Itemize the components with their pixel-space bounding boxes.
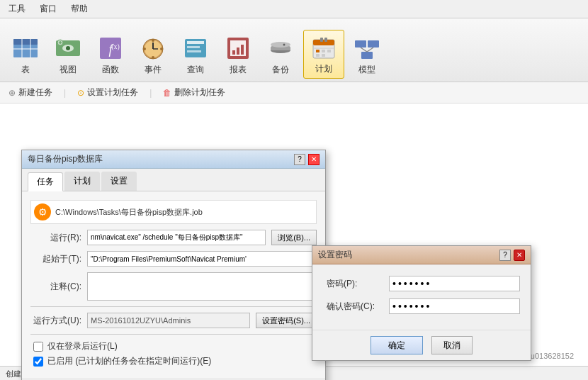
action-bar: ⊕ 新建任务 | ⊙ 设置计划任务 | 🗑 删除计划任务 (0, 82, 588, 104)
pwd-label: 密码(P): (327, 278, 383, 290)
toolbar-backup-label: 备份 (272, 64, 289, 76)
confirm-label: 确认密码(C): (327, 301, 383, 313)
task-icon: ⚙ (34, 203, 51, 220)
toolbar-event-label: 事件 (145, 64, 162, 76)
toolbar-view-label: 视图 (60, 64, 77, 76)
main-dialog-titlebar: 每日备份pisp数据库 ? ✕ (22, 150, 325, 169)
svg-point-19 (152, 56, 154, 59)
pwd-footer: 确定 取消 (312, 330, 531, 360)
tab-schedule[interactable]: 计划 (64, 172, 100, 191)
toolbar-model[interactable]: 模型 (347, 31, 387, 79)
checkbox2[interactable] (33, 357, 43, 367)
query-icon (181, 34, 210, 62)
event-icon (139, 34, 167, 62)
run-label: 运行(R): (30, 232, 81, 244)
tab-bar: 任务 计划 设置 (22, 169, 325, 191)
confirm-row: 确认密码(C): (327, 298, 516, 314)
dialog-controls: ? ✕ (294, 154, 320, 165)
svg-rect-30 (241, 45, 244, 55)
delete-schedule-label: 删除计划任务 (174, 86, 225, 99)
table-icon (11, 34, 40, 62)
set-schedule-icon: ⊙ (77, 88, 84, 98)
dialog-help-btn[interactable]: ? (294, 154, 305, 165)
backup-icon (266, 34, 295, 62)
svg-rect-41 (316, 50, 320, 52)
svg-rect-1 (13, 39, 38, 45)
schedule-icon (310, 33, 338, 62)
pwd-input[interactable] (389, 276, 520, 291)
svg-rect-44 (316, 54, 320, 57)
run-as-input[interactable] (87, 313, 250, 328)
pwd-help-btn[interactable]: ? (499, 250, 511, 261)
checkbox1[interactable] (33, 342, 43, 352)
toolbar-query[interactable]: 查询 (176, 31, 215, 79)
dialog-close-btn[interactable]: ✕ (308, 154, 320, 165)
svg-rect-23 (187, 41, 204, 44)
main-dialog: 每日备份pisp数据库 ? ✕ 任务 计划 设置 ⚙ C:\Windows\Ta… (21, 150, 326, 380)
tab-settings[interactable]: 设置 (101, 172, 137, 191)
start-row: 起始于(T): (30, 251, 317, 267)
set-pwd-btn[interactable]: 设置密码(S)... (256, 313, 317, 328)
toolbar-schedule[interactable]: 计划 (303, 30, 344, 79)
pwd-title: 设置密码 (318, 249, 352, 261)
svg-line-50 (367, 48, 373, 52)
set-schedule-label: 设置计划任务 (87, 86, 138, 99)
toolbar-table[interactable]: 表 (6, 31, 45, 79)
toolbar-backup[interactable]: 备份 (261, 31, 300, 79)
set-schedule-btn[interactable]: ⊙ 设置计划任务 (77, 86, 138, 99)
tab-task[interactable]: 任务 (28, 172, 63, 191)
pwd-body: 密码(P): 确认密码(C): (312, 264, 531, 330)
comment-input[interactable] (87, 272, 317, 301)
toolbar-func-label: 函数 (102, 64, 119, 76)
run-input[interactable] (87, 230, 266, 245)
menubar: 工具 窗口 帮助 (0, 0, 588, 18)
filepath-row: ⚙ C:\Windows\Tasks\每日备份pisp数据库.job (30, 200, 317, 224)
pwd-ok-btn[interactable]: 确定 (371, 336, 423, 354)
menu-window[interactable]: 窗口 (37, 1, 60, 16)
toolbar-query-label: 查询 (187, 64, 204, 76)
toolbar-view[interactable]: 视图 (48, 31, 88, 79)
checkbox1-row: 仅在登录后运行(L) (30, 340, 317, 352)
func-icon: f (x) (96, 34, 125, 62)
toolbar-report-label: 报表 (230, 64, 247, 76)
content-area: ⊕ 新建任务 | ⊙ 设置计划任务 | 🗑 删除计划任务 每日备份pisp数据库… (0, 82, 588, 380)
toolbar-func[interactable]: f (x) 函数 (91, 31, 130, 79)
separator (30, 306, 317, 307)
toolbar-schedule-label: 计划 (315, 63, 332, 75)
toolbar-event[interactable]: 事件 (133, 31, 173, 79)
run-as-label: 运行方式(U): (30, 315, 81, 327)
toolbar-report[interactable]: 报表 (218, 31, 258, 79)
svg-point-21 (160, 48, 163, 50)
view-icon (54, 34, 82, 62)
delete-schedule-btn[interactable]: 🗑 删除计划任务 (163, 86, 225, 99)
svg-point-35 (283, 44, 285, 46)
pwd-cancel-btn[interactable]: 取消 (431, 336, 473, 354)
checkbox2-row: 已启用 (已计划的任务会在指定时间运行)(E) (30, 355, 317, 367)
new-task-btn[interactable]: ⊕ 新建任务 (9, 86, 52, 99)
svg-line-49 (361, 48, 367, 52)
svg-rect-43 (327, 50, 331, 52)
new-task-icon: ⊕ (9, 88, 16, 98)
start-input[interactable] (87, 251, 317, 267)
separator1: | (64, 88, 66, 98)
main-dialog-title: 每日备份pisp数据库 (28, 153, 103, 165)
menu-help[interactable]: 帮助 (68, 1, 91, 16)
svg-rect-46 (355, 40, 366, 48)
toolbar-table-label: 表 (21, 64, 30, 76)
menu-tools[interactable]: 工具 (6, 1, 28, 16)
confirm-input[interactable] (389, 298, 520, 314)
report-icon (224, 34, 252, 62)
delete-schedule-icon: 🗑 (163, 88, 171, 98)
svg-point-20 (143, 48, 146, 50)
svg-rect-47 (368, 40, 379, 48)
svg-rect-42 (322, 50, 325, 52)
model-icon (353, 34, 381, 62)
toolbar: 表 视图 f (x) 函数 (0, 18, 588, 82)
svg-rect-25 (187, 50, 201, 52)
svg-rect-24 (187, 46, 200, 48)
pwd-row: 密码(P): (327, 276, 516, 291)
comment-row: 注释(C): (30, 272, 317, 301)
start-label: 起始于(T): (30, 253, 81, 265)
browse-btn[interactable]: 浏览(B)... (271, 230, 317, 245)
pwd-close-btn[interactable]: ✕ (514, 250, 525, 261)
